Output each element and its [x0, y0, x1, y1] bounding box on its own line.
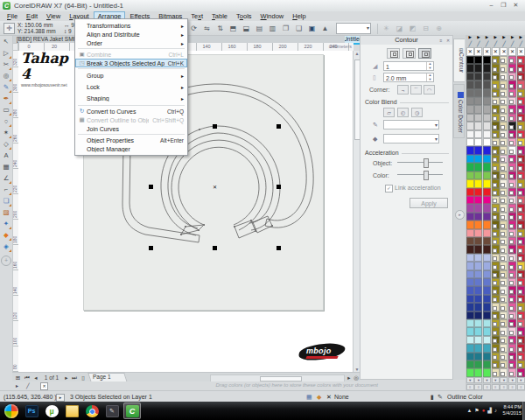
color-swatch[interactable]	[466, 368, 474, 376]
color-swatch[interactable]	[492, 229, 500, 237]
color-swatch[interactable]	[492, 138, 500, 146]
color-eyedropper-tool[interactable]: ✦	[1, 219, 11, 229]
outside-contour-button[interactable]	[418, 48, 431, 59]
color-swatch[interactable]	[500, 262, 508, 270]
chrome-taskbar-icon-slot[interactable]	[83, 402, 101, 419]
color-swatch[interactable]	[517, 73, 525, 80]
color-swatch[interactable]	[492, 122, 500, 130]
color-swatch[interactable]	[474, 245, 482, 253]
link-acceleration-checkbox[interactable]: ✓	[385, 185, 393, 192]
color-swatch[interactable]	[500, 155, 508, 163]
color-swatch[interactable]	[474, 360, 482, 368]
color-swatch[interactable]	[508, 327, 516, 335]
palette-options-icon[interactable]: ≡	[474, 384, 482, 390]
selection-handle[interactable]	[213, 124, 217, 129]
color-swatch[interactable]	[483, 270, 491, 278]
color-swatch[interactable]	[466, 336, 474, 344]
color-swatch[interactable]	[517, 196, 525, 204]
color-swatch[interactable]	[508, 73, 516, 80]
color-swatch[interactable]	[474, 237, 482, 245]
add-tools-button[interactable]: +	[1, 256, 11, 266]
color-swatch[interactable]	[466, 303, 474, 311]
color-swatch[interactable]	[483, 353, 491, 360]
color-swatch[interactable]	[500, 327, 508, 335]
menu-edit[interactable]: Edit	[22, 11, 42, 21]
fill-color-dropdown[interactable]	[383, 134, 439, 144]
color-swatch[interactable]	[500, 229, 508, 237]
utorrent-taskbar-icon[interactable]: µ	[46, 405, 59, 417]
contour-steps-field[interactable]: 1▲▼	[383, 61, 434, 71]
color-swatch[interactable]	[508, 97, 516, 105]
palette-eyedropper-icon[interactable]: ╱	[466, 40, 474, 47]
steps-spinner[interactable]: ▲▼	[426, 62, 433, 70]
color-swatch[interactable]	[508, 295, 516, 303]
color-swatch[interactable]	[474, 286, 482, 294]
menu-tools[interactable]: Tools	[232, 11, 256, 21]
color-swatch[interactable]	[483, 204, 491, 212]
color-swatch[interactable]	[483, 105, 491, 113]
color-swatch[interactable]	[492, 130, 500, 138]
color-swatch[interactable]	[474, 188, 482, 196]
selection-handle[interactable]	[213, 246, 217, 250]
palette-scroll-down-icon[interactable]: ▼	[508, 377, 516, 383]
color-swatch[interactable]	[466, 229, 474, 237]
color-swatch[interactable]	[517, 56, 525, 64]
color-swatch[interactable]	[492, 64, 500, 72]
color-swatch[interactable]	[500, 130, 508, 138]
color-swatch[interactable]	[483, 245, 491, 253]
color-swatch[interactable]	[474, 295, 482, 303]
color-swatch[interactable]	[483, 312, 491, 319]
object-width-field[interactable]: ↔ 9	[64, 22, 74, 28]
object-position-icon[interactable]: ✛	[4, 23, 15, 34]
artistic-media-tool[interactable]: ✒	[1, 94, 11, 104]
palette-scroll-down-icon[interactable]: ▼	[492, 377, 500, 383]
color-swatch[interactable]	[466, 64, 474, 72]
color-swatch[interactable]	[483, 172, 491, 179]
color-swatch[interactable]	[517, 188, 525, 196]
no-color-swatch[interactable]: ✕	[517, 47, 525, 56]
color-swatch[interactable]	[517, 220, 525, 228]
palette-flyout-icon[interactable]: ▸	[16, 382, 18, 389]
color-swatch[interactable]	[508, 319, 516, 327]
fill-color-icon[interactable]: ◆	[317, 393, 321, 401]
color-swatch[interactable]	[492, 303, 500, 311]
color-swatch[interactable]	[500, 172, 508, 179]
first-page-icon[interactable]: ⏮	[24, 374, 31, 382]
color-swatch[interactable]	[474, 270, 482, 278]
docker-tab-color[interactable]: Color Docker	[453, 84, 465, 138]
color-swatch[interactable]	[492, 353, 500, 360]
color-swatch[interactable]	[466, 122, 474, 130]
docker-collapse-icon[interactable]: ▸	[455, 210, 465, 220]
color-swatch[interactable]	[517, 319, 525, 327]
palette-scroll-down-icon[interactable]: ▼	[466, 377, 474, 383]
color-swatch[interactable]	[466, 344, 474, 352]
file-explorer-taskbar-icon[interactable]	[66, 405, 79, 417]
color-swatch[interactable]	[517, 80, 525, 88]
color-swatch[interactable]	[517, 353, 525, 360]
color-swatch[interactable]	[483, 327, 491, 335]
menu-item-break-3-objects-selected-apart[interactable]: ◳Break 3 Objects Selected ApartCtrl+K	[75, 59, 187, 67]
color-swatch[interactable]	[483, 262, 491, 270]
color-swatch[interactable]	[517, 105, 525, 113]
color-swatch[interactable]	[483, 278, 491, 286]
object-acceleration-slider[interactable]	[397, 158, 443, 166]
color-swatch[interactable]	[466, 80, 474, 88]
menu-item-object-manager[interactable]: Object Manager	[75, 144, 187, 153]
color-swatch[interactable]	[483, 89, 491, 97]
color-swatch[interactable]	[492, 270, 500, 278]
group-icon[interactable]: ❐	[280, 24, 291, 34]
color-swatch[interactable]	[492, 368, 500, 376]
color-swatch[interactable]	[508, 254, 516, 262]
color-swatch[interactable]	[466, 155, 474, 163]
color-swatch[interactable]	[500, 122, 508, 130]
palette-eyedropper-icon[interactable]: ╱	[483, 40, 491, 47]
palette-options-icon[interactable]: ≡	[508, 384, 516, 390]
object-height-field[interactable]: ↕ 9	[64, 28, 74, 34]
to-center-contour-button[interactable]	[387, 48, 400, 59]
round-corner-button[interactable]: ⌒	[410, 85, 422, 94]
color-swatch[interactable]	[483, 155, 491, 163]
color-swatch[interactable]	[517, 336, 525, 344]
zoom-tool[interactable]: ◎	[1, 71, 11, 81]
color-swatch[interactable]	[483, 179, 491, 187]
color-swatch[interactable]	[474, 196, 482, 204]
